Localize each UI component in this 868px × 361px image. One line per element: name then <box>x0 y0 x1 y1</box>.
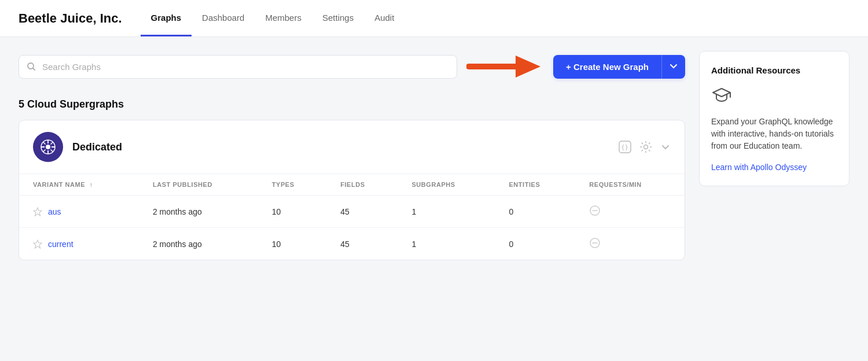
col-requests: REQUESTS/MIN <box>575 174 685 196</box>
arrow-indicator <box>466 51 542 82</box>
search-icon <box>27 62 36 71</box>
svg-marker-3 <box>516 56 540 78</box>
svg-point-16 <box>644 145 648 149</box>
star-icon[interactable] <box>33 240 42 249</box>
main-content: + Create New Graph 5 Cloud Supergraphs <box>19 51 685 260</box>
graph-name: Dedicated <box>72 141 619 153</box>
content-area: + Create New Graph 5 Cloud Supergraphs <box>0 37 868 274</box>
col-types: TYPES <box>258 174 326 196</box>
variants-table: VARIANT NAME ↑ LAST PUBLISHED TYPES FIEL… <box>19 174 685 260</box>
graduation-cap-icon <box>711 84 732 105</box>
last-published-cell: 2 months ago <box>139 196 258 228</box>
subgraphs-cell: 1 <box>398 196 495 228</box>
svg-line-11 <box>51 150 53 152</box>
svg-line-12 <box>51 142 53 145</box>
section-title: 5 Cloud Supergraphs <box>19 98 685 110</box>
code-icon[interactable]: {} <box>619 141 631 153</box>
tab-members[interactable]: Members <box>255 0 312 36</box>
tab-settings[interactable]: Settings <box>312 0 364 36</box>
top-bar: Beetle Juice, Inc. Graphs Dashboard Memb… <box>0 0 868 37</box>
tab-audit[interactable]: Audit <box>364 0 404 36</box>
variant-link[interactable]: aus <box>48 207 61 216</box>
graph-icon <box>33 132 63 162</box>
resource-card-title: Additional Resources <box>711 65 837 75</box>
learn-apollo-link[interactable]: Learn with Apollo Odyssey <box>711 163 837 172</box>
subgraphs-cell: 1 <box>398 228 495 260</box>
settings-icon[interactable] <box>639 141 652 153</box>
svg-text:{}: {} <box>621 143 628 151</box>
col-subgraphs: SUBGRAPHS <box>398 174 495 196</box>
dash-circle-icon <box>589 237 601 249</box>
fields-cell: 45 <box>326 228 398 260</box>
resource-card: Additional Resources Expand your GraphQL… <box>699 51 849 186</box>
variant-name-cell: aus <box>19 196 139 228</box>
requests-cell <box>575 228 685 260</box>
sort-arrow: ↑ <box>90 181 93 188</box>
table-row: aus 2 months ago 10 45 1 0 <box>19 196 685 228</box>
star-icon[interactable] <box>33 207 42 216</box>
graph-card: Dedicated {} <box>19 120 685 260</box>
table-row: current 2 months ago 10 45 1 0 <box>19 228 685 260</box>
svg-marker-17 <box>34 208 42 216</box>
svg-line-10 <box>43 142 46 145</box>
graph-card-header: Dedicated {} <box>19 120 685 174</box>
col-variant-name[interactable]: VARIANT NAME ↑ <box>19 174 139 196</box>
sidebar: Additional Resources Expand your GraphQL… <box>699 51 849 186</box>
fields-cell: 45 <box>326 196 398 228</box>
nav-tabs: Graphs Dashboard Members Settings Audit <box>141 0 405 36</box>
svg-marker-20 <box>34 240 42 248</box>
create-btn-group: + Create New Graph <box>553 55 685 79</box>
resource-item: Expand your GraphQL knowledge with inter… <box>711 84 837 172</box>
entities-cell: 0 <box>495 228 575 260</box>
col-entities: ENTITIES <box>495 174 575 196</box>
last-published-cell: 2 months ago <box>139 228 258 260</box>
variant-name-cell: current <box>19 228 139 260</box>
types-cell: 10 <box>258 196 326 228</box>
variant-link[interactable]: current <box>48 240 73 249</box>
dash-circle-icon <box>589 205 601 216</box>
entities-cell: 0 <box>495 196 575 228</box>
search-create-row: + Create New Graph <box>19 51 685 82</box>
chevron-down-icon <box>670 64 677 69</box>
col-fields: FIELDS <box>326 174 398 196</box>
svg-point-5 <box>46 145 50 149</box>
svg-line-1 <box>33 68 35 70</box>
resource-icon-wrap <box>711 84 837 105</box>
svg-line-13 <box>43 150 46 152</box>
requests-cell <box>575 196 685 228</box>
col-last-published: LAST PUBLISHED <box>139 174 258 196</box>
search-wrapper <box>19 55 457 79</box>
tab-graphs[interactable]: Graphs <box>141 0 192 36</box>
tab-dashboard[interactable]: Dashboard <box>192 0 255 36</box>
search-input[interactable] <box>19 55 457 79</box>
types-cell: 10 <box>258 228 326 260</box>
expand-icon[interactable] <box>660 142 671 152</box>
org-name: Beetle Juice, Inc. <box>19 11 122 26</box>
resource-description: Expand your GraphQL knowledge with inter… <box>711 116 837 152</box>
graph-actions: {} <box>619 141 671 153</box>
create-new-graph-button[interactable]: + Create New Graph <box>553 55 661 79</box>
create-btn-dropdown[interactable] <box>661 55 685 79</box>
